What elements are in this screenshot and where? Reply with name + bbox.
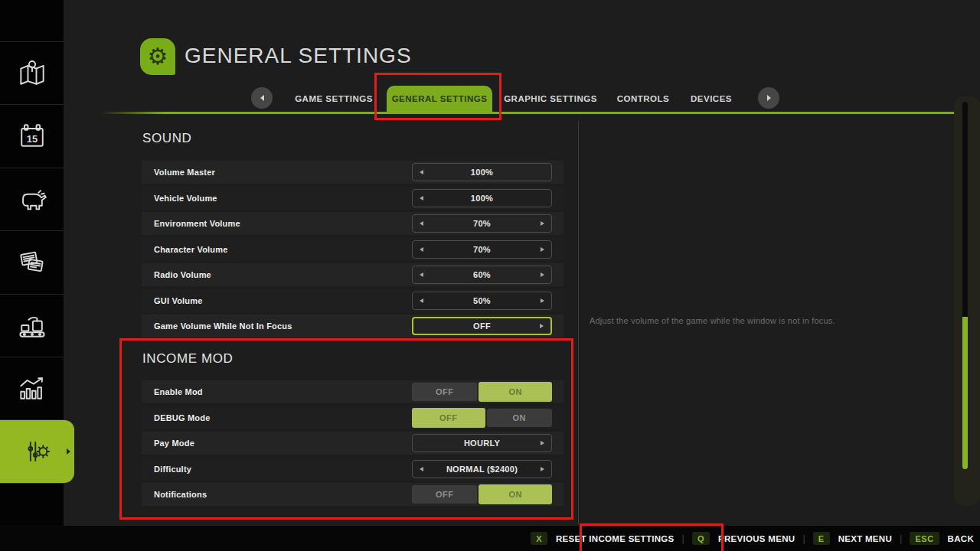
setting-label: Environment Volume	[142, 219, 412, 228]
next-menu-label: NEXT MENU	[838, 534, 892, 543]
sidebar-item-calendar[interactable]: 15	[0, 104, 64, 168]
settings-sliders-icon	[21, 435, 54, 468]
tab-graphic-settings[interactable]: GRAPHIC SETTINGS	[499, 86, 602, 112]
next-menu-button[interactable]: E NEXT MENU	[813, 532, 892, 545]
page-icon-badge: ⚙	[140, 38, 175, 75]
sidebar-item-contracts[interactable]	[0, 230, 64, 294]
scrollbar-thumb[interactable]	[962, 317, 968, 469]
contracts-icon	[15, 246, 49, 279]
setting-value: 60%	[473, 270, 491, 279]
separator: |	[802, 533, 805, 544]
calendar-day-label: 15	[26, 133, 37, 145]
decrease-arrow-icon[interactable]	[420, 221, 423, 226]
setting-label: Volume Master	[142, 168, 412, 177]
vehicle-volume-selector[interactable]: 100%	[412, 189, 552, 207]
increase-arrow-icon[interactable]	[541, 298, 544, 303]
setting-label: Vehicle Volume	[142, 194, 412, 203]
gui-volume-selector[interactable]: 50%	[412, 292, 552, 310]
decrease-arrow-icon[interactable]	[420, 170, 423, 174]
decrease-arrow-icon[interactable]	[420, 196, 423, 201]
tabs-next-button[interactable]	[758, 87, 779, 109]
increase-arrow-icon[interactable]	[541, 247, 544, 252]
annotation-box-reset-income-settings	[580, 523, 724, 551]
decrease-arrow-icon[interactable]	[420, 247, 423, 252]
character-volume-selector[interactable]: 70%	[412, 240, 552, 259]
statistics-icon	[15, 372, 49, 406]
bottom-keybind-bar: X RESET INCOME SETTINGS | Q PREVIOUS MEN…	[0, 526, 980, 551]
setting-label: Game Volume While Not In Focus	[142, 321, 412, 331]
environment-volume-selector[interactable]: 70%	[412, 214, 552, 233]
game-volume-not-in-focus-selector[interactable]: OFF	[412, 317, 552, 335]
key-x-icon: X	[531, 532, 547, 545]
separator: |	[900, 533, 902, 544]
setting-row-character-volume: Character Volume 70%	[142, 238, 564, 261]
setting-row-environment-volume: Environment Volume 70%	[142, 212, 564, 235]
setting-value: 70%	[473, 219, 491, 228]
tab-underline	[64, 112, 980, 114]
setting-value: 100%	[471, 168, 493, 177]
gear-icon: ⚙	[148, 45, 168, 68]
production-icon	[15, 309, 49, 343]
tabs-previous-button[interactable]	[251, 87, 273, 109]
setting-value: 100%	[471, 194, 493, 203]
sidebar-item-animals[interactable]	[0, 168, 64, 230]
scrollbar-track[interactable]	[962, 102, 968, 317]
setting-row-game-volume-not-in-focus: Game Volume While Not In Focus OFF	[142, 315, 564, 337]
decrease-arrow-icon[interactable]	[420, 272, 423, 277]
sidebar-item-statistics[interactable]	[0, 357, 64, 419]
key-esc-icon: ESC	[910, 532, 939, 545]
back-button[interactable]: ESC BACK	[910, 532, 974, 545]
annotation-box-income-mod-section	[119, 338, 573, 520]
setting-label: GUI Volume	[142, 296, 412, 305]
tab-controls[interactable]: CONTROLS	[612, 86, 675, 112]
setting-description-text: Adjust the volume of the game while the …	[590, 316, 919, 325]
cow-icon	[15, 183, 49, 217]
sound-section-title: SOUND	[142, 131, 191, 146]
back-label: BACK	[948, 534, 974, 543]
decrease-arrow-icon[interactable]	[420, 298, 423, 303]
chevron-left-icon	[260, 95, 264, 101]
setting-row-volume-master: Volume Master 100%	[142, 161, 564, 184]
tab-game-settings[interactable]: GAME SETTINGS	[286, 86, 381, 112]
increase-arrow-icon[interactable]	[540, 324, 544, 328]
sidebar-item-map[interactable]	[0, 41, 64, 104]
setting-value: 70%	[473, 245, 491, 254]
calendar-icon: 15	[15, 119, 49, 153]
sidebar-item-settings[interactable]	[0, 419, 74, 483]
setting-row-gui-volume: GUI Volume 50%	[142, 289, 564, 312]
volume-master-selector[interactable]: 100%	[412, 163, 552, 181]
map-icon	[15, 57, 49, 90]
tab-devices[interactable]: DEVICES	[679, 86, 743, 112]
sidebar: 15	[0, 0, 64, 551]
panel-divider	[578, 121, 579, 524]
page-title: GENERAL SETTINGS	[185, 44, 412, 68]
radio-volume-selector[interactable]: 60%	[412, 266, 552, 284]
sidebar-item-production[interactable]	[0, 294, 64, 357]
increase-arrow-icon[interactable]	[541, 272, 544, 277]
setting-label: Radio Volume	[142, 270, 412, 279]
increase-arrow-icon[interactable]	[541, 221, 544, 226]
setting-value: OFF	[473, 321, 491, 331]
sidebar-divider	[0, 483, 64, 484]
sound-rows: Volume Master 100% Vehicle Volume 100% E…	[142, 161, 564, 337]
annotation-box-general-settings-tab	[374, 73, 501, 120]
setting-label: Character Volume	[142, 245, 412, 254]
key-e-icon: E	[813, 532, 830, 545]
chevron-right-icon	[767, 95, 771, 101]
setting-value: 50%	[473, 296, 491, 305]
setting-row-vehicle-volume: Vehicle Volume 100%	[142, 187, 564, 210]
setting-row-radio-volume: Radio Volume 60%	[142, 263, 564, 286]
previous-menu-label: PREVIOUS MENU	[718, 534, 795, 543]
